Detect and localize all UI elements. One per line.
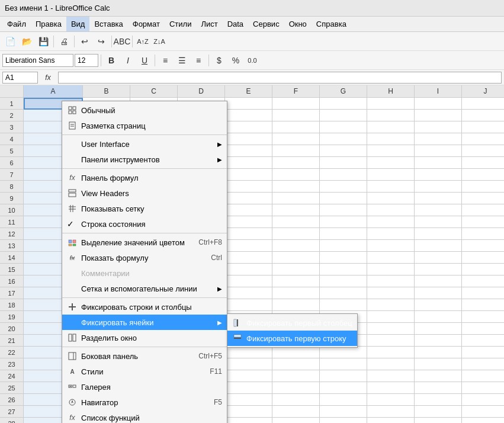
row-header-26[interactable]: 26 — [0, 394, 24, 406]
cell-H5[interactable] — [367, 145, 415, 157]
cell-J23[interactable] — [462, 358, 504, 370]
cell-E1[interactable] — [225, 98, 272, 110]
row-header-16[interactable]: 16 — [0, 275, 24, 287]
cell-I11[interactable] — [415, 216, 462, 228]
menu-item-show-formula[interactable]: fx Показать формулу Ctrl — [62, 250, 227, 265]
cell-G18[interactable] — [320, 299, 367, 311]
menu-item-show-grid[interactable]: Показывать сетку — [62, 201, 227, 216]
menu-edit[interactable]: Правка — [31, 17, 66, 31]
cell-H15[interactable] — [367, 264, 415, 275]
col-header-h[interactable]: H — [367, 85, 415, 97]
cell-G23[interactable] — [320, 358, 367, 370]
cell-F12[interactable] — [272, 228, 320, 240]
cell-J26[interactable] — [462, 394, 504, 406]
cell-H27[interactable] — [367, 406, 415, 418]
menu-item-navigator[interactable]: Навигатор F5 — [62, 395, 227, 410]
cell-E2[interactable] — [225, 110, 272, 121]
cell-E7[interactable] — [225, 169, 272, 181]
row-header-18[interactable]: 18 — [0, 299, 24, 311]
row-header-22[interactable]: 22 — [0, 347, 24, 358]
align-right-button[interactable]: ≡ — [191, 53, 206, 68]
menu-item-split-window[interactable]: Разделить окно — [62, 330, 227, 345]
cell-H7[interactable] — [367, 169, 415, 181]
menu-format[interactable]: Формат — [128, 17, 165, 31]
cell-G12[interactable] — [320, 228, 367, 240]
menu-item-gallery[interactable]: Галерея — [62, 379, 227, 395]
cell-F23[interactable] — [272, 358, 320, 370]
cell-F7[interactable] — [272, 169, 320, 181]
menu-help[interactable]: Справка — [312, 17, 351, 31]
menu-item-sidebar[interactable]: Боковая панель Ctrl+F5 — [62, 348, 227, 364]
cell-F1[interactable] — [272, 98, 320, 110]
cell-J28[interactable] — [462, 418, 504, 423]
menu-styles[interactable]: Стили — [165, 17, 196, 31]
row-header-23[interactable]: 23 — [0, 358, 24, 370]
cell-F16[interactable] — [272, 275, 320, 287]
cell-H2[interactable] — [367, 110, 415, 121]
cell-I14[interactable] — [415, 252, 462, 264]
cell-G16[interactable] — [320, 275, 367, 287]
cell-E13[interactable] — [225, 240, 272, 252]
currency-button[interactable]: $ — [211, 53, 227, 68]
cell-E17[interactable] — [225, 287, 272, 299]
cell-G17[interactable] — [320, 287, 367, 299]
cell-H1[interactable] — [367, 98, 415, 110]
menu-item-view-headers[interactable]: View Headers — [62, 185, 227, 201]
cell-H21[interactable] — [367, 335, 415, 347]
menu-sheet[interactable]: Лист — [196, 17, 222, 31]
cell-G3[interactable] — [320, 121, 367, 133]
cell-E24[interactable] — [225, 370, 272, 382]
cell-F6[interactable] — [272, 157, 320, 169]
cell-H6[interactable] — [367, 157, 415, 169]
bold-button[interactable]: B — [104, 53, 119, 68]
menu-data[interactable]: Data — [223, 17, 248, 31]
menu-item-highlight[interactable]: Выделение значений цветом Ctrl+F8 — [62, 235, 227, 250]
row-header-6[interactable]: 6 — [0, 157, 24, 169]
cell-F25[interactable] — [272, 382, 320, 394]
cell-J10[interactable] — [462, 204, 504, 216]
cell-E8[interactable] — [225, 181, 272, 193]
cell-G27[interactable] — [320, 406, 367, 418]
cell-J22[interactable] — [462, 347, 504, 358]
cell-I5[interactable] — [415, 145, 462, 157]
cell-G15[interactable] — [320, 264, 367, 275]
cell-I22[interactable] — [415, 347, 462, 358]
submenu-item-freeze-col[interactable]: Фиксировать первый столбец — [227, 315, 357, 331]
submenu-item-freeze-row[interactable]: Фиксировать первую строку — [227, 331, 357, 346]
cell-J6[interactable] — [462, 157, 504, 169]
cell-F17[interactable] — [272, 287, 320, 299]
cell-I13[interactable] — [415, 240, 462, 252]
cell-H9[interactable] — [367, 193, 415, 204]
cell-I28[interactable] — [415, 418, 462, 423]
cell-I20[interactable] — [415, 323, 462, 335]
cell-J4[interactable] — [462, 133, 504, 145]
new-button[interactable]: 📄 — [2, 34, 18, 49]
cell-J13[interactable] — [462, 240, 504, 252]
row-header-21[interactable]: 21 — [0, 335, 24, 347]
menu-item-toolbars[interactable]: Панели инструментов ▶ — [62, 152, 227, 167]
cell-E27[interactable] — [225, 406, 272, 418]
cell-J21[interactable] — [462, 335, 504, 347]
menu-item-normal[interactable]: Обычный — [62, 102, 227, 118]
cell-J2[interactable] — [462, 110, 504, 121]
row-header-4[interactable]: 4 — [0, 133, 24, 145]
cell-F15[interactable] — [272, 264, 320, 275]
row-header-3[interactable]: 3 — [0, 121, 24, 133]
cell-J3[interactable] — [462, 121, 504, 133]
cell-I10[interactable] — [415, 204, 462, 216]
cell-J17[interactable] — [462, 287, 504, 299]
cell-I18[interactable] — [415, 299, 462, 311]
menu-item-grid-lines[interactable]: Сетка и вспомогательные линии ▶ — [62, 281, 227, 296]
cell-F3[interactable] — [272, 121, 320, 133]
cell-H16[interactable] — [367, 275, 415, 287]
cell-J20[interactable] — [462, 323, 504, 335]
cell-J8[interactable] — [462, 181, 504, 193]
align-left-button[interactable]: ≡ — [158, 53, 173, 68]
cell-E18[interactable] — [225, 299, 272, 311]
cell-J15[interactable] — [462, 264, 504, 275]
row-header-25[interactable]: 25 — [0, 382, 24, 394]
cell-H22[interactable] — [367, 347, 415, 358]
cell-J24[interactable] — [462, 370, 504, 382]
cell-H8[interactable] — [367, 181, 415, 193]
cell-J14[interactable] — [462, 252, 504, 264]
